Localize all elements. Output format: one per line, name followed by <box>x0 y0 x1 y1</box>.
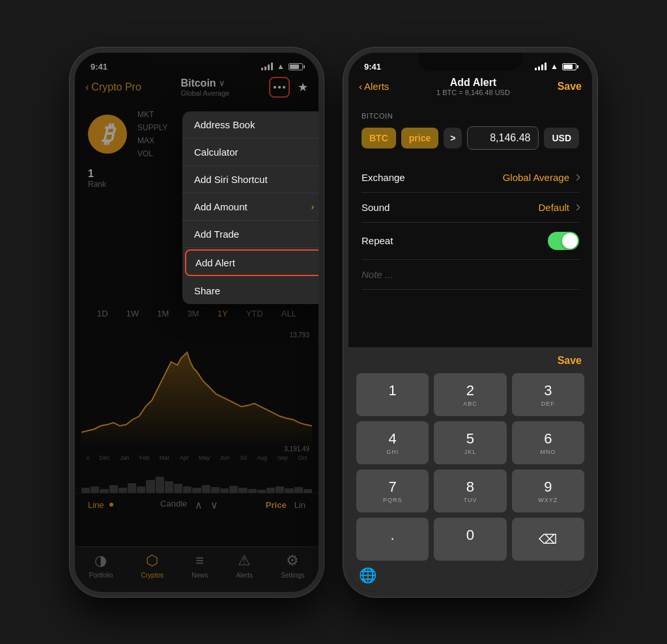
key-9[interactable]: 9 WXYZ <box>512 469 584 512</box>
phones-container: 9:41 ▲ ‹ Cry <box>57 35 610 610</box>
left-notch <box>145 53 249 71</box>
keyboard-area: Save 1 2 ABC 3 DEF <box>348 347 592 592</box>
alert-title-center: Add Alert 1 BTC = 8,146.48 USD <box>436 77 510 96</box>
key-1[interactable]: 1 <box>356 373 429 416</box>
right-time: 9:41 <box>364 62 381 72</box>
right-nav-bar: ‹ Alerts Add Alert 1 BTC = 8,146.48 USD … <box>348 74 592 102</box>
sound-chevron-icon <box>574 204 580 210</box>
btc-chip[interactable]: BTC <box>362 128 396 148</box>
key-6[interactable]: 6 MNO <box>512 421 584 464</box>
menu-item-add-trade[interactable]: Add Trade <box>182 221 319 248</box>
left-screen: 9:41 ▲ ‹ Cry <box>75 53 319 592</box>
sound-row[interactable]: Sound Default <box>362 193 579 223</box>
left-phone: 9:41 ▲ ‹ Cry <box>70 48 324 597</box>
numpad: 1 2 ABC 3 DEF 4 GHI <box>356 373 584 561</box>
key-2[interactable]: 2 ABC <box>434 373 506 416</box>
right-screen: 9:41 ▲ ‹ Ale <box>348 53 592 592</box>
dropdown-menu: Address Book Calculator Add Siri Shortcu… <box>182 111 319 304</box>
note-field[interactable]: Note ... <box>362 260 579 290</box>
key-7[interactable]: 7 PQRS <box>356 469 429 512</box>
globe-icon[interactable]: 🌐 <box>359 567 376 584</box>
exchange-chevron-icon <box>574 174 580 180</box>
right-phone: 9:41 ▲ ‹ Ale <box>343 48 597 597</box>
alert-condition-row: BTC price > 8,146.48 USD <box>362 126 579 150</box>
right-status-icons: ▲ <box>535 62 576 71</box>
menu-item-add-amount[interactable]: Add Amount › <box>182 193 319 221</box>
menu-item-add-alert[interactable]: Add Alert <box>185 249 319 276</box>
keyboard-save-row: Save <box>356 355 584 373</box>
menu-item-share[interactable]: Share <box>182 277 319 304</box>
alert-title: Add Alert <box>436 77 510 89</box>
alerts-back-button[interactable]: ‹ Alerts <box>359 81 389 92</box>
sound-value: Default <box>538 202 579 213</box>
key-5[interactable]: 5 JKL <box>434 421 506 464</box>
key-4[interactable]: 4 GHI <box>356 421 429 464</box>
price-chip[interactable]: price <box>401 128 438 148</box>
sound-label: Sound <box>362 202 390 213</box>
menu-item-calculator[interactable]: Calculator <box>182 139 319 166</box>
repeat-row: Repeat <box>362 223 579 260</box>
key-8[interactable]: 8 TUV <box>434 469 506 512</box>
menu-item-address-book[interactable]: Address Book <box>182 111 319 139</box>
alerts-back-label: Alerts <box>364 81 389 92</box>
alert-subtitle: 1 BTC = 8,146.48 USD <box>436 89 510 96</box>
section-label: BITCOIN <box>362 112 579 120</box>
alert-form: BITCOIN BTC price > 8,146.48 USD Exchang… <box>348 102 592 300</box>
currency-chip[interactable]: USD <box>544 128 579 148</box>
repeat-toggle[interactable] <box>548 232 579 250</box>
key-0[interactable]: 0 <box>434 518 506 561</box>
globe-row: 🌐 <box>356 561 584 587</box>
operator-chip[interactable]: > <box>444 128 462 148</box>
right-wifi-icon: ▲ <box>550 62 558 71</box>
exchange-label: Exchange <box>362 172 405 183</box>
key-delete[interactable]: ⌫ <box>512 518 584 561</box>
key-3[interactable]: 3 DEF <box>512 373 584 416</box>
repeat-label: Repeat <box>362 235 393 246</box>
keyboard-save-button[interactable]: Save <box>558 355 582 367</box>
delete-icon: ⌫ <box>539 531 557 547</box>
right-notch <box>418 53 522 71</box>
save-button-top[interactable]: Save <box>558 81 582 92</box>
key-decimal[interactable]: . <box>356 518 429 561</box>
right-signal-icon <box>535 63 546 70</box>
exchange-row[interactable]: Exchange Global Average <box>362 163 579 193</box>
exchange-value: Global Average <box>503 172 579 183</box>
menu-item-siri[interactable]: Add Siri Shortcut <box>182 166 319 193</box>
value-field[interactable]: 8,146.48 <box>467 126 539 150</box>
right-battery-icon <box>562 63 576 70</box>
